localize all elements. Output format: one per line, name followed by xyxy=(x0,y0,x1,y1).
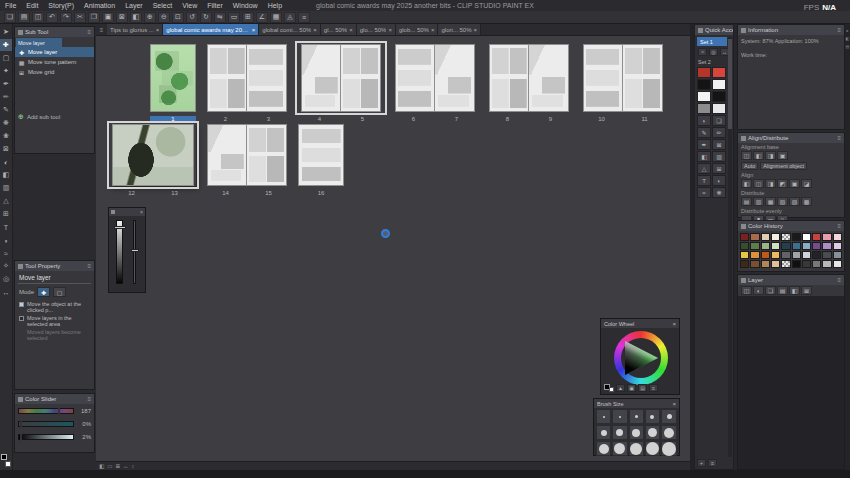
page-slot[interactable]: 23 xyxy=(204,44,290,122)
color-history-swatch[interactable] xyxy=(761,233,770,241)
panel-menu-icon[interactable]: ≡ xyxy=(837,277,841,283)
layer-list-empty[interactable] xyxy=(738,296,844,469)
grid-icon[interactable]: ⊞ xyxy=(242,12,254,23)
wheel-hsv-icon[interactable]: ▲ xyxy=(616,384,625,392)
menu-window[interactable]: Window xyxy=(228,2,263,9)
page-slot[interactable]: 45 xyxy=(298,44,384,122)
color-history-swatch[interactable] xyxy=(750,251,759,259)
base-frame-icon[interactable]: ◨ xyxy=(765,151,776,160)
text-tool[interactable]: T xyxy=(0,221,12,233)
brush-size-cell[interactable] xyxy=(612,409,627,424)
wheel-color-chips[interactable] xyxy=(604,384,614,392)
fit-height-icon[interactable]: ↕ xyxy=(132,463,135,469)
quick-balloon-icon[interactable]: ◗ xyxy=(697,115,711,126)
color-history-swatch[interactable] xyxy=(802,251,811,259)
close-icon[interactable]: × xyxy=(672,321,676,327)
auto-button[interactable]: Auto xyxy=(741,162,758,170)
page-thumbnail[interactable] xyxy=(583,44,623,112)
sub-color-chip[interactable] xyxy=(609,387,614,392)
tab-list-icon[interactable]: ≡ xyxy=(96,24,107,35)
fit-width-icon[interactable]: ↔ xyxy=(123,463,129,469)
quick-color-white2[interactable] xyxy=(697,91,711,102)
menu-filter[interactable]: Filter xyxy=(202,2,228,9)
wheel-slider-icon[interactable]: ▤ xyxy=(638,384,647,392)
operation-tool[interactable]: ➤ xyxy=(0,26,12,38)
panel-menu-icon[interactable]: ≡ xyxy=(837,135,841,141)
brush-size-cell[interactable] xyxy=(612,441,627,456)
distribute-bottom-icon[interactable]: ▩ xyxy=(801,197,812,206)
page-thumbnail[interactable] xyxy=(247,124,287,186)
page-slot[interactable]: 1213 xyxy=(110,124,196,196)
tool-property-header[interactable]: Tool Property ≡ xyxy=(15,261,94,271)
move-screen-tool[interactable]: ↔ xyxy=(0,286,12,298)
menu-animation[interactable]: Animation xyxy=(79,2,120,9)
page-thumbnail[interactable] xyxy=(207,124,247,186)
quick-access-header[interactable]: Quick Access xyxy=(695,25,733,35)
zoom-tool[interactable]: ◎ xyxy=(0,273,12,285)
cut-icon[interactable]: ✂ xyxy=(74,12,86,23)
quick-pencil-icon[interactable]: ✏ xyxy=(712,127,726,138)
color-history-swatch[interactable] xyxy=(750,242,759,250)
page-slot[interactable]: 67 xyxy=(392,44,478,122)
open-file-icon[interactable]: ▤ xyxy=(18,12,30,23)
color-history-swatch[interactable] xyxy=(771,242,780,250)
blend-mode-icon[interactable]: ◫ xyxy=(741,286,752,295)
color-history-swatch[interactable] xyxy=(781,260,790,268)
brush-size-cell[interactable] xyxy=(645,409,660,424)
gradient-tool[interactable]: ▥ xyxy=(0,182,12,194)
snap-ruler-icon[interactable]: ∠ xyxy=(256,12,268,23)
slider-handle[interactable] xyxy=(131,249,139,252)
align-left-icon[interactable]: ◧ xyxy=(741,179,752,188)
quick-pen-icon[interactable]: ✒ xyxy=(697,139,711,150)
close-icon[interactable]: × xyxy=(431,27,435,33)
color-history-swatch[interactable] xyxy=(792,233,801,241)
wheel-settings-icon[interactable]: ≡ xyxy=(649,384,658,392)
brush-size-cell[interactable] xyxy=(596,441,611,456)
align-vcenter-icon[interactable]: ▣ xyxy=(789,179,800,188)
color-history-swatch[interactable] xyxy=(781,242,790,250)
flip-horizontal-icon[interactable]: ⇋ xyxy=(214,12,226,23)
line-correction-tool[interactable]: ≈ xyxy=(0,247,12,259)
quick-blend-icon[interactable]: ◐ xyxy=(712,175,726,186)
brush-size-cell[interactable] xyxy=(661,409,677,424)
color-history-swatch[interactable] xyxy=(740,260,749,268)
color-history-swatch[interactable] xyxy=(740,242,749,250)
close-icon[interactable]: × xyxy=(474,27,478,33)
save-icon[interactable]: ◫ xyxy=(32,12,44,23)
close-icon[interactable]: × xyxy=(672,401,676,407)
color-history-swatch[interactable] xyxy=(822,242,831,250)
page-thumbnail[interactable] xyxy=(395,44,435,112)
brush-size-cell[interactable] xyxy=(629,425,644,440)
quick-eyedropper-icon[interactable]: ✧ xyxy=(698,48,707,56)
saturation-slider[interactable] xyxy=(18,421,74,427)
distribute-left-icon[interactable]: ▤ xyxy=(741,197,752,206)
dock-arrow-icon[interactable]: ▸ xyxy=(846,28,848,33)
pen-tool[interactable]: ✒ xyxy=(0,78,12,90)
document-tab[interactable]: global comic awards may 2025 another bit… xyxy=(163,24,259,35)
quick-color-white[interactable] xyxy=(712,79,726,90)
align-bottom-icon[interactable]: ◪ xyxy=(801,179,812,188)
transform-mode-button[interactable]: ▢ xyxy=(53,287,66,297)
color-history-swatch[interactable] xyxy=(812,251,821,259)
color-history-swatch[interactable] xyxy=(792,251,801,259)
grid-toggle-icon[interactable]: ⊞ xyxy=(115,463,120,469)
close-icon[interactable]: × xyxy=(388,27,392,33)
color-history-swatch[interactable] xyxy=(833,233,842,241)
clear-icon[interactable]: ▭ xyxy=(228,12,240,23)
paste-icon[interactable]: ▣ xyxy=(102,12,114,23)
delete-layer-icon[interactable]: ⊠ xyxy=(801,286,812,295)
color-history-swatch[interactable] xyxy=(750,233,759,241)
move-layer-tool[interactable]: ✚ xyxy=(0,39,12,51)
color-history-swatch[interactable] xyxy=(833,260,842,268)
distribute-vcenter-icon[interactable]: ▨ xyxy=(789,197,800,206)
eyedropper-tool[interactable]: ✧ xyxy=(0,260,12,272)
color-slider-header[interactable]: Color Slider ≡ xyxy=(15,394,94,404)
page-thumbnail[interactable] xyxy=(529,44,569,112)
quick-brush-icon[interactable]: ✎ xyxy=(697,127,711,138)
brush-size-header[interactable]: Brush Size × xyxy=(594,399,679,408)
page-slot[interactable]: 16 xyxy=(298,124,384,196)
airbrush-tool[interactable]: ❋ xyxy=(0,117,12,129)
quick-access-scrollbar[interactable] xyxy=(728,37,732,457)
document-tab[interactable]: glob... 50%× xyxy=(396,24,439,35)
decoration-tool[interactable]: ❀ xyxy=(0,130,12,142)
